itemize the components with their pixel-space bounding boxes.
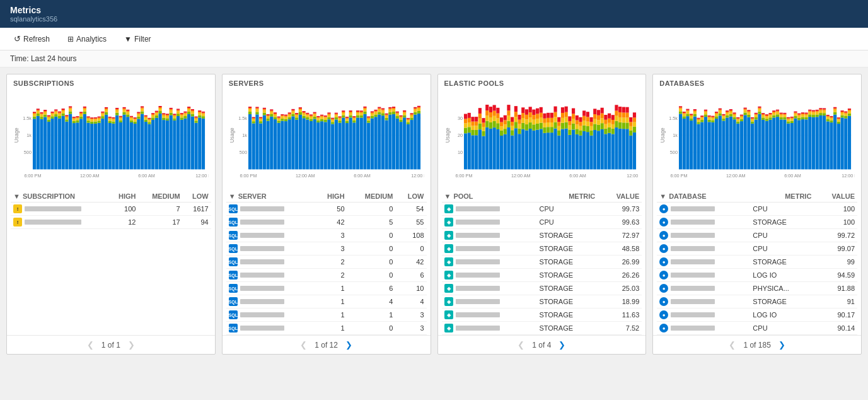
svg-rect-389 — [338, 116, 341, 117]
table-row[interactable]: ●CPU99.72 — [657, 229, 857, 242]
pagination-prev-button[interactable]: ❮ — [84, 339, 96, 350]
svg-rect-562 — [499, 136, 502, 169]
pagination-info: 1 of 1 — [101, 341, 120, 350]
table-row[interactable]: ●STORAGE100 — [657, 216, 857, 229]
svg-rect-429 — [367, 117, 370, 118]
row-icon: ● — [659, 231, 668, 240]
metric-cell: STORAGE — [536, 269, 598, 282]
table-filter-icon[interactable]: ▼ — [13, 192, 20, 200]
table-row[interactable]: ◈STORAGE18.99 — [442, 295, 642, 309]
table-row[interactable]: ◈STORAGE72.97 — [442, 229, 642, 242]
value-cell: 99 — [814, 256, 857, 269]
pagination-prev-button[interactable]: ❮ — [298, 339, 310, 350]
svg-rect-193 — [166, 121, 169, 170]
table-row[interactable]: ◈CPU99.73 — [442, 203, 642, 216]
table-row[interactable]: !10071617 — [11, 203, 211, 216]
svg-rect-814 — [715, 119, 718, 169]
table-row[interactable]: ◈STORAGE25.03 — [442, 282, 642, 295]
svg-rect-455 — [388, 115, 391, 170]
name-bar — [456, 259, 500, 264]
table-row[interactable]: ●PHYSICA...91.88 — [657, 282, 857, 295]
table-filter-icon[interactable]: ▼ — [659, 192, 666, 200]
name-bar — [671, 233, 715, 238]
svg-rect-612 — [535, 130, 538, 170]
filter-icon: ▼ — [124, 35, 132, 44]
table-row[interactable]: ◈STORAGE26.99 — [442, 256, 642, 269]
svg-rect-101 — [98, 117, 101, 119]
svg-rect-50 — [62, 111, 65, 114]
pagination-next-button[interactable]: ❯ — [125, 339, 137, 350]
pagination-next-button[interactable]: ❯ — [343, 339, 355, 350]
svg-rect-110 — [105, 110, 108, 112]
pagination-next-button[interactable]: ❯ — [556, 339, 568, 350]
svg-rect-949 — [812, 117, 815, 170]
table-row[interactable]: ●STORAGE91 — [657, 295, 857, 309]
svg-rect-515 — [463, 119, 466, 123]
svg-rect-308 — [281, 115, 284, 117]
svg-rect-227 — [187, 107, 190, 108]
svg-rect-44 — [58, 116, 61, 119]
medium-cell: 0 — [347, 242, 396, 256]
table-row[interactable]: ◈STORAGE11.63 — [442, 309, 642, 322]
table-row[interactable]: SQL103 — [226, 322, 427, 335]
table-row[interactable]: SQL30108 — [226, 229, 427, 242]
table-row[interactable]: SQL50054 — [226, 203, 427, 216]
low-cell: 0 — [395, 242, 426, 256]
table-row[interactable]: SQL2042 — [226, 256, 427, 269]
svg-rect-635 — [550, 118, 553, 122]
svg-rect-483 — [407, 119, 410, 121]
svg-rect-74 — [79, 117, 83, 119]
svg-rect-139 — [126, 114, 129, 117]
table-row[interactable]: ●LOG IO90.17 — [657, 309, 857, 322]
refresh-button[interactable]: ↺ Refresh — [10, 32, 54, 46]
pagination-prev-button[interactable]: ❮ — [726, 339, 738, 350]
table-row[interactable]: ●STORAGE99 — [657, 256, 857, 269]
svg-rect-148 — [134, 124, 137, 169]
name-bar — [671, 206, 715, 211]
table-row[interactable]: ◈STORAGE48.58 — [442, 242, 642, 256]
name-cell: ◈ — [442, 269, 537, 282]
svg-rect-744 — [629, 126, 632, 131]
svg-rect-739 — [625, 118, 628, 123]
table-row[interactable]: ◈STORAGE7.52 — [442, 322, 642, 335]
svg-rect-106 — [101, 113, 104, 114]
table-row[interactable]: ●LOG IO94.59 — [657, 269, 857, 282]
svg-rect-858 — [744, 108, 747, 109]
svg-rect-689 — [589, 126, 593, 131]
table-row[interactable]: !121794 — [11, 216, 211, 229]
table-row[interactable]: SQL144 — [226, 295, 427, 309]
table-row[interactable]: SQL300 — [226, 242, 427, 256]
svg-rect-636 — [550, 113, 553, 118]
table-row[interactable]: SQL113 — [226, 309, 427, 322]
svg-rect-746 — [629, 117, 632, 122]
svg-rect-877 — [758, 108, 761, 109]
svg-rect-494 — [414, 107, 417, 109]
svg-rect-299 — [274, 112, 277, 114]
svg-rect-18 — [40, 119, 43, 170]
table-row[interactable]: ●CPU100 — [657, 203, 857, 216]
svg-rect-275 — [259, 123, 262, 169]
svg-rect-328 — [295, 114, 298, 115]
svg-rect-766 — [679, 109, 682, 111]
svg-rect-301 — [277, 121, 280, 122]
svg-rect-497 — [417, 109, 420, 111]
table-row[interactable]: SQL206 — [226, 269, 427, 282]
pagination-prev-button[interactable]: ❮ — [515, 339, 527, 350]
table-row[interactable]: SQL42555 — [226, 216, 427, 229]
analytics-button[interactable]: ⊞ Analytics — [64, 32, 110, 46]
svg-rect-407 — [352, 119, 356, 121]
pagination-next-button[interactable]: ❯ — [776, 339, 788, 350]
table-filter-icon[interactable]: ▼ — [444, 192, 451, 200]
svg-rect-911 — [784, 115, 787, 117]
table-filter-icon[interactable]: ▼ — [229, 192, 236, 200]
svg-rect-793 — [697, 118, 700, 119]
table-area-servers: ▼SERVERHIGHMEDIUMLOWSQL50054SQL42555SQL3… — [223, 191, 431, 335]
name-bar — [671, 273, 715, 278]
table-row[interactable]: ◈CPU99.63 — [442, 216, 642, 229]
table-row[interactable]: ●CPU99.07 — [657, 242, 857, 256]
table-row[interactable]: SQL1610 — [226, 282, 427, 295]
filter-button[interactable]: ▼ Filter — [120, 32, 155, 46]
table-row[interactable]: ◈STORAGE26.26 — [442, 269, 642, 282]
table-row[interactable]: ●CPU90.14 — [657, 322, 857, 335]
svg-rect-953 — [812, 110, 815, 112]
